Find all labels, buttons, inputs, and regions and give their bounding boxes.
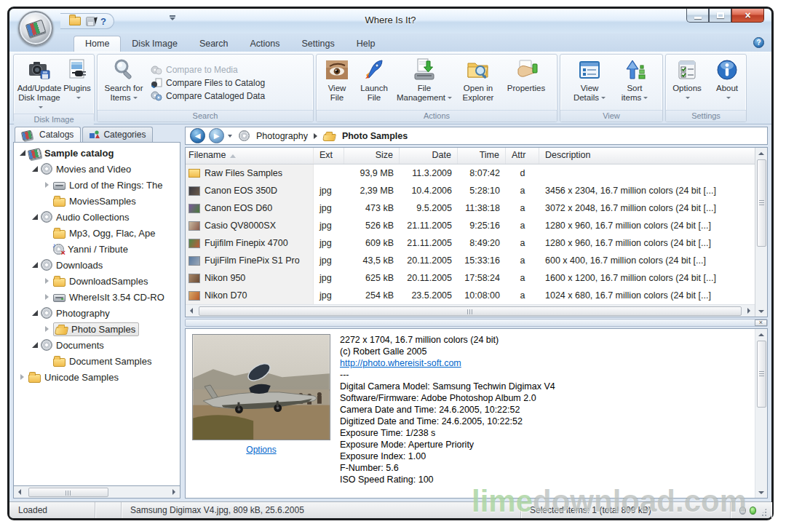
properties-button[interactable]: Properties <box>501 56 552 110</box>
expander-icon[interactable] <box>18 373 27 381</box>
expander-icon[interactable] <box>31 341 39 349</box>
tab-settings[interactable]: Settings <box>290 36 345 52</box>
compare-files-to-catalog-button[interactable]: Compare Files to Catalog <box>151 78 265 88</box>
header-attr[interactable]: Attr <box>506 148 539 164</box>
expander-icon[interactable] <box>18 148 27 157</box>
forward-button[interactable]: ▶ <box>209 128 224 143</box>
table-horizontal-scrollbar[interactable] <box>186 304 755 317</box>
scrollbar-thumb[interactable] <box>757 159 766 247</box>
file-management-button[interactable]: File Management <box>393 56 456 110</box>
table-row[interactable]: FujiFilm FinePix S1 Pro jpg 43,5 kB 20.1… <box>186 252 755 269</box>
close-preview-button[interactable]: × <box>755 319 767 326</box>
ribbon-help-button[interactable]: ? <box>753 37 764 48</box>
tree-item[interactable]: Audio Collections <box>15 209 180 225</box>
scroll-right-icon[interactable] <box>743 306 755 317</box>
view-details-button[interactable]: View Details <box>569 56 610 110</box>
sort-items-button[interactable]: Sort items <box>616 56 654 110</box>
tree-item[interactable]: Mp3, Ogg, Flac, Ape <box>15 225 180 241</box>
breadcrumb-separator-icon[interactable] <box>314 133 317 139</box>
meta-website-link[interactable]: http://photo.whereisit-soft.com <box>340 358 461 368</box>
tree-item[interactable]: Movies and Video <box>15 161 180 177</box>
expander-icon[interactable] <box>31 164 39 173</box>
open-in-explorer-button[interactable]: Open inExplorer <box>456 56 501 110</box>
tab-help[interactable]: Help <box>346 36 386 52</box>
breadcrumb-photo-samples[interactable]: Photo Samples <box>342 131 408 141</box>
expander-icon[interactable] <box>31 213 39 221</box>
table-row[interactable]: Nikon D70 jpg 254 kB 23.5.2005 10:08:00 … <box>186 287 755 304</box>
scroll-down-icon[interactable] <box>755 306 767 317</box>
scroll-left-icon[interactable] <box>14 487 25 498</box>
expander-icon[interactable] <box>43 277 52 285</box>
back-button[interactable]: ◀ <box>190 128 205 143</box>
tree-item[interactable]: Sample catalog <box>15 145 180 161</box>
expander-icon[interactable] <box>43 325 52 333</box>
tree-item[interactable]: Photography <box>15 305 180 321</box>
tree-item[interactable]: DownloadSamples <box>15 273 180 289</box>
tree-item[interactable]: Yanni / Tribute <box>15 241 180 257</box>
app-menu-button[interactable] <box>18 11 53 46</box>
scroll-right-icon[interactable] <box>168 487 180 498</box>
options-button[interactable]: Options <box>668 56 706 110</box>
table-row[interactable]: Raw Files Samples 93,9 MB 11.3.2009 8:07… <box>186 164 755 182</box>
header-size[interactable]: Size <box>344 148 400 164</box>
open-catalog-icon[interactable] <box>69 17 81 25</box>
minimize-button[interactable] <box>686 9 709 23</box>
scroll-up-icon[interactable] <box>755 329 767 340</box>
tab-disk-image[interactable]: Disk Image <box>121 36 188 52</box>
header-time[interactable]: Time <box>458 148 506 164</box>
tab-search[interactable]: Search <box>188 36 239 52</box>
tree-item[interactable]: Documents <box>15 337 180 353</box>
date-cell: 10.4.2006 <box>400 182 458 199</box>
table-row[interactable]: Casio QV8000SX jpg 526 kB 21.11.2005 9:2… <box>186 217 755 234</box>
table-row[interactable]: Fujifilm Finepix 4700 jpg 609 kB 21.11.2… <box>186 234 755 252</box>
search-for-items-button[interactable]: Search for Items <box>100 56 148 110</box>
header-filename[interactable]: Filename <box>186 148 314 164</box>
tree-item[interactable]: Document Samples <box>15 353 180 369</box>
table-row[interactable]: Nikon 950 jpg 625 kB 20.11.2005 17:58:24… <box>186 269 755 287</box>
tree-horizontal-scrollbar[interactable] <box>13 486 180 499</box>
filename-cell: FujiFilm FinePix S1 Pro <box>205 255 300 266</box>
scroll-up-icon[interactable] <box>755 148 767 159</box>
maximize-button[interactable] <box>709 9 731 23</box>
view-file-button[interactable]: ViewFile <box>319 56 355 110</box>
tree-item[interactable]: Downloads <box>15 257 180 273</box>
tree-item[interactable]: Unicode Samples <box>15 369 180 385</box>
tree-item[interactable]: Lord of the Rings: The <box>15 177 180 193</box>
breadcrumb-photography[interactable]: Photography <box>256 131 308 141</box>
table-vertical-scrollbar[interactable] <box>755 148 767 317</box>
scroll-down-icon[interactable] <box>755 487 767 498</box>
expander-icon[interactable] <box>31 309 39 317</box>
about-button[interactable]: About <box>710 56 744 110</box>
tab-categories[interactable]: Categories <box>82 127 153 142</box>
tree-item[interactable]: MoviesSamples <box>15 193 180 209</box>
add-update-disk-image-button[interactable]: Add/Update Disk Image <box>16 56 63 114</box>
table-row[interactable]: Canon EOS D60 jpg 473 kB 9.5.2005 11:38:… <box>186 199 755 217</box>
context-help-icon[interactable]: ? <box>100 17 106 26</box>
tree-item[interactable]: WhereIsIt 3.54 CD-RO <box>15 289 180 305</box>
scrollbar-thumb[interactable] <box>757 341 766 408</box>
header-ext[interactable]: Ext <box>314 148 344 164</box>
compare-cataloged-data-button[interactable]: Compare Cataloged Data <box>151 91 265 101</box>
scrollbar-thumb[interactable] <box>28 488 108 497</box>
nav-history-dropdown-icon[interactable] <box>228 135 232 138</box>
header-date[interactable]: Date <box>400 148 458 164</box>
scrollbar-thumb[interactable] <box>199 306 742 316</box>
resize-grip[interactable] <box>760 507 767 517</box>
tab-actions[interactable]: Actions <box>239 36 290 52</box>
tab-catalogs[interactable]: Catalogs <box>15 127 81 142</box>
expander-icon[interactable] <box>43 180 52 189</box>
preview-vertical-scrollbar[interactable] <box>755 329 767 498</box>
preview-options-link[interactable]: Options <box>246 445 276 455</box>
expander-icon[interactable] <box>43 293 52 301</box>
tree-item-selected[interactable]: Photo Samples <box>15 321 180 337</box>
table-row[interactable]: Canon EOS 350D jpg 2,39 MB 10.4.2006 5:2… <box>186 182 755 199</box>
expander-icon[interactable] <box>31 261 39 269</box>
plugins-button[interactable]: Plugins <box>63 56 92 114</box>
tab-home[interactable]: Home <box>74 36 121 52</box>
scroll-left-icon[interactable] <box>186 306 197 317</box>
preview-splitter[interactable]: × <box>185 319 768 327</box>
close-button[interactable]: × <box>731 9 764 23</box>
header-description[interactable]: Description <box>539 148 755 164</box>
qat-customize-dropdown-icon[interactable] <box>170 17 175 20</box>
launch-file-button[interactable]: LaunchFile <box>355 56 393 110</box>
